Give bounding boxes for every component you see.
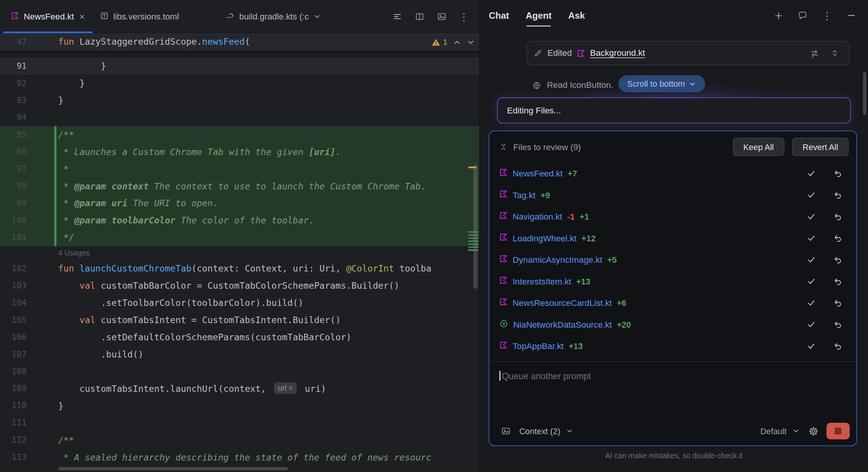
revert-file-undo-icon[interactable] [830,166,845,181]
line-number[interactable]: 92 [0,75,55,92]
preview-icon[interactable] [434,9,450,24]
code-line[interactable]: 111 [0,414,479,432]
usages-hint[interactable]: 4 Usages [0,246,479,260]
code-line[interactable]: 101 */ [0,229,479,246]
code-line[interactable]: 95/** [0,126,479,143]
editor-tab[interactable]: build.gradle.kts (:c [218,0,329,33]
line-number[interactable]: 95 [0,126,55,143]
line-number[interactable]: 102 [0,260,55,277]
code-line[interactable]: 105 val customTabsIntent = CustomTabsInt… [0,312,479,329]
line-number[interactable]: 100 [0,212,55,229]
line-number[interactable]: 93 [0,92,55,109]
context-selector[interactable]: Context (2) [519,426,560,436]
code-line[interactable]: 97 * [0,160,479,178]
line-number[interactable]: 112 [0,432,55,449]
lines-icon[interactable] [390,9,405,24]
file-name-link[interactable]: NewsFeed.kt [513,168,563,178]
accept-file-check-icon[interactable] [803,209,819,225]
split-editor-icon[interactable] [412,9,428,24]
line-number[interactable]: 94 [0,109,55,126]
line-number[interactable]: 91 [0,58,55,75]
revert-file-undo-icon[interactable] [830,252,845,268]
chat-tab-agent[interactable]: Agent [526,0,552,31]
expand-icon[interactable] [827,45,843,61]
code-line[interactable]: 103 val customTabBarColor = CustomTabCol… [0,277,479,294]
line-number[interactable]: 108 [0,363,55,380]
chat-more-icon[interactable]: ⋮ [819,8,835,23]
parameter-hint-inlay[interactable]: url = [274,382,297,394]
model-selector[interactable]: Default [760,426,787,436]
code-line[interactable]: 102fun launchCustomChromeTab(context: Co… [0,260,479,277]
chevron-down-icon[interactable] [313,13,321,20]
line-number[interactable]: 109 [0,380,55,397]
accept-file-check-icon[interactable] [803,295,819,311]
line-number[interactable]: 111 [0,414,55,432]
chat-tab-ask[interactable]: Ask [568,0,585,31]
line-number[interactable]: 99 [0,195,55,212]
revert-file-undo-icon[interactable] [830,274,845,289]
code-line[interactable]: 91 } [0,58,479,75]
attach-image-icon[interactable] [498,423,514,439]
new-chat-icon[interactable] [771,8,786,23]
line-number[interactable]: 103 [0,277,55,294]
line-number[interactable]: 105 [0,312,55,329]
sticky-line[interactable]: 47 fun LazyStaggeredGridScope.newsFeed( … [0,33,479,51]
stop-button[interactable] [826,423,850,439]
accept-file-check-icon[interactable] [803,274,819,289]
line-number[interactable]: 96 [0,143,55,160]
revert-file-undo-icon[interactable] [830,231,845,246]
more-options-icon[interactable]: ⋮ [456,9,472,24]
code-line[interactable]: 98 * @param context The context to use t… [0,178,479,195]
code-line[interactable]: 99 * @param uri The URI to open. [0,195,479,212]
code-line[interactable]: 109 customTabsIntent.launchUrl(context, … [0,380,479,397]
prev-warning-icon[interactable] [453,38,461,46]
code-line[interactable]: 106 .setDefaultColorSchemeParams(customT… [0,329,479,346]
file-name-link[interactable]: LoadingWheel.kt [513,233,577,243]
code-editor[interactable]: 91 }92 }93}9495/**96 * Launches a Custom… [0,58,479,466]
file-name-link[interactable]: Tag.kt [513,190,536,200]
editor-tab[interactable]: NewsFeed.kt× [3,0,93,33]
code-line[interactable]: 110} [0,397,479,414]
chat-scrollbar[interactable] [863,72,866,115]
file-name-link[interactable]: NiaNetworkDataSource.kt [513,320,612,330]
editor-vertical-scrollbar[interactable] [473,165,478,289]
read-file-row[interactable]: Read IconButton. [532,78,613,93]
edited-file-card[interactable]: Edited Background.kt [526,41,850,65]
line-number[interactable]: 98 [0,178,55,195]
gear-icon[interactable] [805,423,821,439]
accept-file-check-icon[interactable] [803,317,819,333]
file-name-link[interactable]: InterestsItem.kt [513,276,572,286]
file-name-link[interactable]: NewsResourceCardList.kt [513,298,612,308]
accept-file-check-icon[interactable] [803,338,819,354]
line-number[interactable]: 113 [0,449,55,466]
editor-tab[interactable]: libs.versions.toml [93,0,187,33]
code-line[interactable]: 112/** [0,432,479,449]
warning-stripe-mark[interactable] [468,166,476,168]
next-warning-icon[interactable] [466,38,475,46]
collapse-all-icon[interactable] [499,143,508,151]
accept-file-check-icon[interactable] [803,252,819,268]
editor-horizontal-scrollbar[interactable] [58,467,288,470]
line-number[interactable]: 97 [0,160,55,178]
code-line[interactable]: 96 * Launches a Custom Chrome Tab with t… [0,143,479,160]
line-number[interactable]: 110 [0,397,55,414]
accept-file-check-icon[interactable] [803,166,819,181]
revert-file-undo-icon[interactable] [830,317,845,333]
minimize-icon[interactable] [844,8,859,23]
warning-icon[interactable]: 1 [431,33,447,51]
line-number[interactable]: 104 [0,294,55,312]
file-name-link[interactable]: Navigation.kt [513,212,562,221]
keep-all-button[interactable]: Keep All [733,138,784,156]
chevron-down-icon[interactable] [566,427,573,435]
file-name-link[interactable]: DynamicAsyncImage.kt [513,255,602,265]
diff-icon[interactable] [806,45,822,61]
chevron-down-icon[interactable] [792,427,800,435]
revert-file-undo-icon[interactable] [830,187,845,203]
revert-file-undo-icon[interactable] [830,295,845,311]
file-name-link[interactable]: TopAppBar.kt [513,341,564,351]
code-line[interactable]: 108 [0,363,479,380]
code-line[interactable]: 92 } [0,75,479,92]
code-line[interactable]: 94 [0,109,479,126]
revert-all-button[interactable]: Revert All [792,138,849,156]
close-icon[interactable]: × [79,12,85,21]
